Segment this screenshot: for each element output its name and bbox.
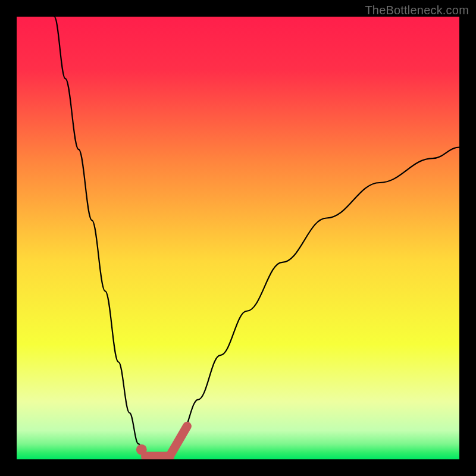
- chart-frame: TheBottleneck.com: [0, 0, 476, 476]
- plot-area: [17, 17, 459, 459]
- chart-svg: [17, 17, 459, 459]
- watermark-text: TheBottleneck.com: [365, 4, 469, 17]
- gradient-background: [17, 17, 459, 459]
